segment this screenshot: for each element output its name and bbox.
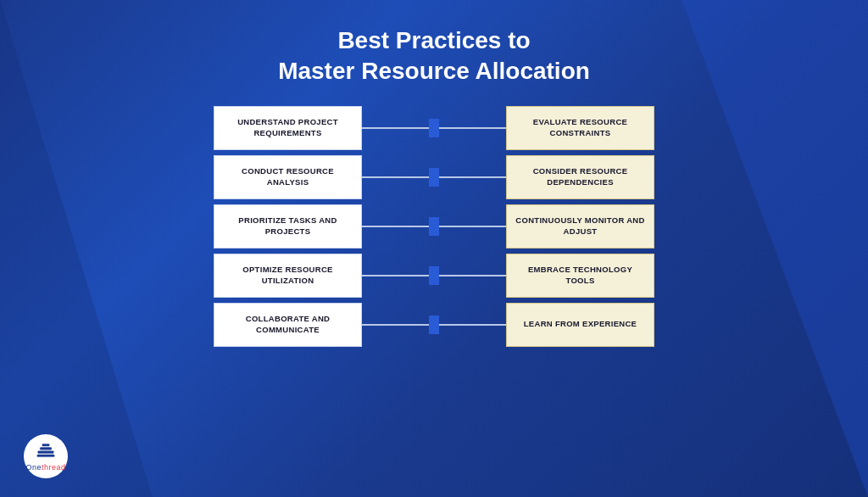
svg-rect-3 [37, 455, 54, 457]
center-dot [429, 266, 439, 285]
right-box: CONTINUOUSLY MONITOR AND ADJUST [506, 204, 654, 248]
right-box: LEARN FROM EXPERIENCE [506, 303, 654, 347]
center-dot [429, 119, 439, 137]
diagram: UNDERSTAND PROJECT REQUIREMENTS EVALUATE… [214, 106, 654, 347]
connector [362, 204, 506, 248]
logo: Onethread [24, 434, 68, 478]
left-box: OPTIMIZE RESOURCE UTILIZATION [214, 254, 362, 298]
page-title: Best Practices to Master Resource Alloca… [278, 25, 590, 87]
h-line-left [362, 127, 429, 129]
diagram-row: OPTIMIZE RESOURCE UTILIZATION EMBRACE TE… [214, 254, 654, 298]
logo-circle: Onethread [24, 434, 68, 478]
svg-rect-0 [38, 451, 54, 454]
h-line-left [362, 275, 429, 276]
diagram-row: CONDUCT RESOURCE ANALYSIS CONSIDER RESOU… [214, 155, 654, 199]
h-line-left [362, 324, 429, 326]
connector [362, 155, 506, 199]
logo-text: Onethread [25, 463, 65, 472]
h-line-right [439, 176, 506, 178]
h-line-left [362, 176, 429, 178]
diagram-row: COLLABORATE AND COMMUNICATE LEARN FROM E… [214, 303, 654, 347]
center-dot [429, 316, 439, 334]
center-dot [429, 168, 439, 187]
connector [362, 254, 506, 298]
svg-rect-1 [40, 448, 52, 450]
svg-rect-2 [42, 444, 49, 446]
right-box: EMBRACE TECHNOLOGY TOOLS [506, 254, 654, 298]
connector [362, 106, 506, 150]
right-box: CONSIDER RESOURCE DEPENDENCIES [506, 155, 654, 199]
h-line-right [439, 324, 506, 326]
h-line-right [439, 127, 506, 129]
connector [362, 303, 506, 347]
left-box: COLLABORATE AND COMMUNICATE [214, 303, 362, 347]
h-line-right [439, 226, 506, 227]
h-line-left [362, 226, 429, 227]
left-box: PRIORITIZE TASKS AND PROJECTS [214, 204, 362, 248]
diagram-row: UNDERSTAND PROJECT REQUIREMENTS EVALUATE… [214, 106, 654, 150]
center-dot [429, 217, 439, 236]
logo-icon [36, 441, 56, 460]
left-box: CONDUCT RESOURCE ANALYSIS [214, 155, 362, 199]
background: Best Practices to Master Resource Alloca… [0, 0, 868, 497]
left-box: UNDERSTAND PROJECT REQUIREMENTS [214, 106, 362, 150]
right-box: EVALUATE RESOURCE CONSTRAINTS [506, 106, 654, 150]
h-line-right [439, 275, 506, 276]
diagram-row: PRIORITIZE TASKS AND PROJECTS CONTINUOUS… [214, 204, 654, 248]
